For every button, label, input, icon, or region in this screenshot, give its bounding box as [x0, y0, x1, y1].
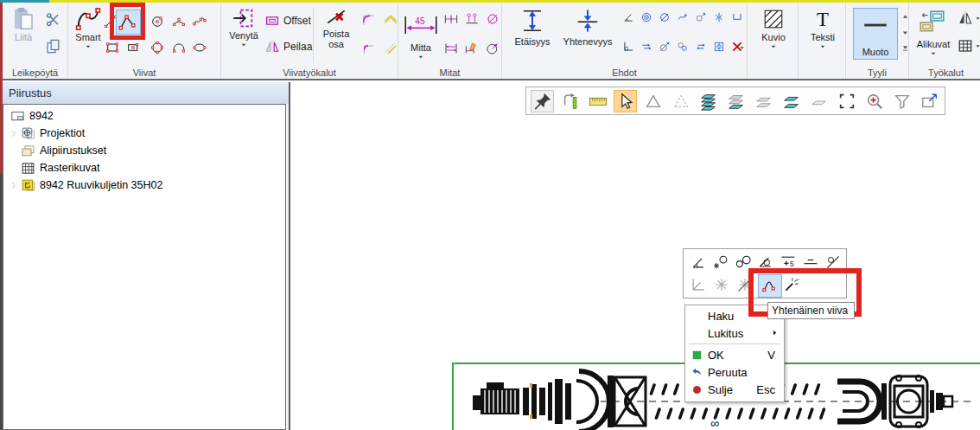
chevron-right-icon[interactable]: [7, 129, 19, 138]
offset-button[interactable]: Offset: [264, 13, 311, 29]
curve-icon-button[interactable]: [190, 12, 209, 31]
corner-snap-button[interactable]: [688, 274, 709, 295]
menu-item-shortcut: V: [767, 349, 784, 362]
dim-chain-icon-button[interactable]: [442, 10, 461, 29]
menu-item-ok[interactable]: OKV: [685, 346, 784, 363]
rectangle: [105, 41, 119, 55]
mirror-button[interactable]: Peilaa: [264, 39, 312, 55]
shape-style-button[interactable]: Muoto: [853, 8, 898, 60]
dim-baseline: [444, 42, 458, 55]
zoom-in-button[interactable]: [862, 90, 886, 112]
concentric-icon-button[interactable]: [638, 8, 655, 27]
scale-view-button[interactable]: [918, 90, 941, 112]
remove-part-button[interactable]: Poista osa: [316, 6, 356, 63]
tree-item-alipiirustukset[interactable]: Alipiirustukset: [3, 142, 106, 159]
opposite-icon-button[interactable]: [692, 37, 710, 56]
tree-item-8942-ruuvikuljetin-35h02[interactable]: 8942 Ruuvikuljetin 35H02: [3, 176, 162, 194]
dimension-button[interactable]: 45 Mitta: [402, 8, 440, 63]
rectangle2-icon-button[interactable]: [124, 38, 143, 57]
rectangle-icon-button[interactable]: [103, 38, 122, 57]
tree-item-8942[interactable]: 8942: [3, 107, 54, 125]
menu-item-lukitus[interactable]: Lukitus: [685, 324, 784, 342]
pin-button[interactable]: [531, 90, 554, 112]
circle-icon-button[interactable]: [148, 12, 167, 31]
rotate-button[interactable]: [558, 90, 582, 112]
arc-icon-button[interactable]: [169, 12, 188, 31]
parallel: [640, 41, 652, 53]
menu-item-peruuta[interactable]: Peruuta: [685, 363, 784, 381]
layers-mixed-icon: [727, 92, 746, 111]
chevron-right-icon[interactable]: [7, 181, 19, 190]
text-button[interactable]: T Teksti: [805, 8, 840, 63]
select-cursor-button[interactable]: [614, 90, 637, 112]
cut-button[interactable]: [42, 10, 63, 30]
curve: [193, 15, 207, 29]
coincidence-icon: [575, 8, 601, 34]
group-label-constraints: Ehdot: [502, 67, 747, 78]
mirror-tool-button[interactable]: [956, 10, 975, 27]
equal-icon-button[interactable]: [674, 37, 691, 56]
circle2-icon-button[interactable]: [148, 38, 167, 57]
raster-icon: [21, 161, 35, 176]
delete-constraint-caret[interactable]: [737, 42, 746, 53]
layers-all-button[interactable]: [697, 90, 720, 112]
coincidence-button[interactable]: Yhtenevyys: [559, 6, 616, 60]
ellipse-icon-button[interactable]: [190, 38, 209, 57]
tangent-icon-button[interactable]: [656, 37, 673, 56]
triangle-button[interactable]: [641, 90, 665, 112]
chevron-down-icon: [739, 45, 745, 51]
subviews-icon-button[interactable]: [916, 6, 947, 37]
raster-icon: [19, 161, 36, 176]
distance-button[interactable]: Etäisyys: [507, 6, 557, 60]
mirror-tool-caret[interactable]: [973, 13, 980, 23]
grid-tool-button[interactable]: [956, 37, 975, 55]
curve-constraint-icon-button[interactable]: [674, 8, 691, 27]
angle-constraint-icon-button[interactable]: [620, 8, 637, 27]
copy-button[interactable]: [42, 35, 63, 56]
filter-button[interactable]: [890, 90, 913, 112]
triangle-dashed-button[interactable]: [669, 90, 692, 112]
perpendicular-icon-button[interactable]: [620, 37, 637, 56]
layer-single-button[interactable]: [807, 90, 830, 112]
parallel-icon-button[interactable]: [638, 37, 655, 56]
point-circle-button[interactable]: [710, 252, 731, 273]
menu-item-sulje[interactable]: SuljeEsc: [685, 381, 784, 398]
fillet: [360, 11, 376, 27]
flush-icon-button[interactable]: [729, 8, 746, 27]
paste-button[interactable]: Liitä: [7, 6, 40, 63]
dim-ordinate: [465, 12, 479, 26]
tree-item-projektiot[interactable]: Projektiot: [3, 125, 85, 142]
tree-item-label: Alipiirustukset: [40, 144, 106, 157]
layers-gray-button[interactable]: [752, 90, 775, 112]
layers-mixed-button[interactable]: [724, 90, 748, 112]
dim-baseline-icon-button[interactable]: [442, 39, 461, 58]
fillet2: [360, 41, 376, 56]
dim-radius-icon-button[interactable]: [483, 39, 502, 58]
layers-two-button[interactable]: [780, 90, 803, 112]
pattern-button[interactable]: Kuvio: [754, 8, 792, 63]
mirror-constraint-icon-button[interactable]: [692, 8, 710, 27]
projections-icon: [19, 126, 36, 141]
fix-icon-button[interactable]: [710, 37, 728, 56]
grid-tool-caret[interactable]: [973, 41, 980, 51]
coincidence-label: Yhtenevyys: [563, 36, 613, 47]
dim-edit-icon-button[interactable]: [462, 39, 481, 58]
part-icon: [19, 178, 36, 193]
angle-snap-button[interactable]: [688, 252, 709, 273]
dim-diameter-icon-button[interactable]: [483, 10, 502, 29]
diameter-constraint-icon-button[interactable]: [656, 8, 673, 27]
tree-item-rasterikuvat[interactable]: Rasterikuvat: [3, 159, 99, 176]
filter-icon: [893, 92, 912, 111]
arc2-icon-button[interactable]: [169, 38, 188, 57]
symmetric-icon-button[interactable]: [710, 8, 728, 27]
snap-star-button[interactable]: [711, 274, 732, 295]
selection-frame-button[interactable]: [835, 90, 858, 112]
dim-ordinate-icon-button[interactable]: [462, 10, 481, 29]
group-constraints: Etäisyys Yhtenevyys Ehdot: [502, 3, 748, 79]
ruler-button[interactable]: [586, 90, 609, 112]
smart-tool-button[interactable]: Smart: [72, 6, 105, 63]
fillet-icon-button[interactable]: [358, 8, 379, 30]
fillet2-icon-button[interactable]: [358, 37, 379, 60]
subviews-button[interactable]: Alikuvat: [909, 39, 958, 63]
stretch-button[interactable]: Venytä: [226, 6, 262, 63]
